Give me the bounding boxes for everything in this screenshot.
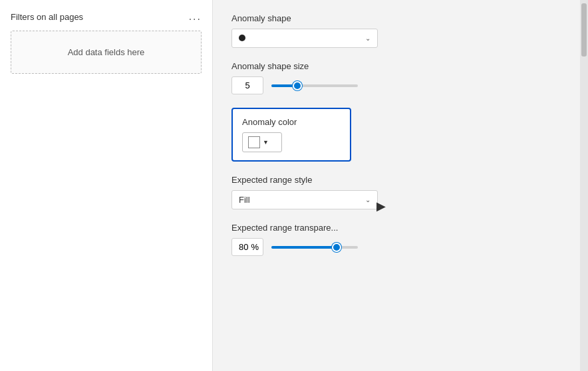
- filters-dots-menu[interactable]: ...: [189, 11, 202, 23]
- anomaly-color-section: Anomaly color ▼: [231, 108, 351, 162]
- anomaly-shape-dot-icon: [239, 33, 245, 43]
- left-panel: Filters on all pages ... Add data fields…: [0, 0, 213, 371]
- expected-range-transparency-slider-thumb[interactable]: [332, 243, 341, 252]
- anomaly-shape-dropdown[interactable]: ⌄: [231, 29, 378, 48]
- percent-unit: %: [251, 242, 259, 252]
- anomaly-color-chevron-icon: ▼: [263, 139, 269, 146]
- expected-range-style-dropdown[interactable]: Fill ⌄: [231, 190, 378, 209]
- anomaly-shape-chevron-icon: ⌄: [365, 35, 370, 42]
- expected-range-transparency-row: 80 %: [231, 238, 561, 256]
- anomaly-color-picker[interactable]: ▼: [242, 132, 282, 152]
- anomaly-shape-size-slider[interactable]: [271, 84, 358, 87]
- filters-header: Filters on all pages ...: [11, 11, 202, 23]
- add-data-fields-label: Add data fields here: [68, 47, 145, 57]
- expected-range-style-dropdown-wrapper: Fill ⌄ ▶: [231, 190, 378, 209]
- scrollbar-thumb[interactable]: [581, 3, 587, 57]
- filters-title: Filters on all pages: [11, 12, 83, 22]
- right-panel: Anomaly shape ⌄ Anomaly shape size 5 Ano…: [213, 0, 580, 371]
- anomaly-shape-size-slider-thumb[interactable]: [293, 81, 302, 90]
- expected-range-transparency-slider[interactable]: [271, 246, 358, 249]
- anomaly-shape-label: Anomaly shape: [231, 13, 561, 23]
- expected-range-style-value: Fill: [239, 195, 250, 205]
- anomaly-shape-size-label: Anomaly shape size: [231, 61, 561, 71]
- expected-range-style-section: Expected range style Fill ⌄ ▶: [231, 175, 561, 209]
- anomaly-shape-size-section: Anomaly shape size 5: [231, 61, 561, 94]
- expected-range-transparency-slider-fill: [271, 246, 337, 249]
- anomaly-shape-section: Anomaly shape ⌄: [231, 13, 561, 48]
- scrollbar[interactable]: [580, 0, 588, 371]
- anomaly-color-swatch: [248, 136, 260, 148]
- anomaly-shape-size-row: 5: [231, 76, 561, 94]
- expected-range-transparency-section: Expected range transpare... 80 %: [231, 223, 561, 256]
- expected-range-transparency-input[interactable]: 80 %: [231, 238, 263, 256]
- cursor-icon: ▶: [376, 199, 386, 213]
- expected-range-style-label: Expected range style: [231, 175, 561, 185]
- expected-range-style-chevron-icon: ⌄: [365, 196, 370, 203]
- expected-range-transparency-label: Expected range transpare...: [231, 223, 561, 233]
- anomaly-color-label: Anomaly color: [242, 117, 341, 127]
- anomaly-shape-size-input[interactable]: 5: [231, 76, 263, 94]
- add-data-fields-box[interactable]: Add data fields here: [11, 31, 202, 74]
